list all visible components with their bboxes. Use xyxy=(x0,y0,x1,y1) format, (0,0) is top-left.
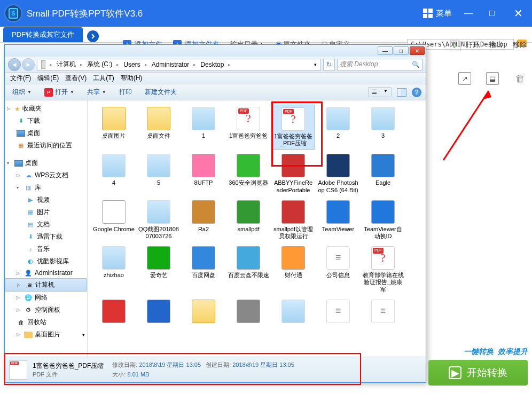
file-item[interactable]: 桌面图片 xyxy=(92,105,136,150)
menu-view[interactable]: 查看(V) xyxy=(63,74,89,83)
file-item[interactable]: 8UFTP xyxy=(182,152,225,195)
file-item[interactable]: smallpdf以管理员权限运行 xyxy=(271,198,315,242)
file-item[interactable] xyxy=(92,297,136,327)
file-item[interactable]: ≡ xyxy=(316,297,360,327)
close-button[interactable]: ✕ xyxy=(508,6,528,20)
file-item[interactable]: 1富爸爸穷爸爸_PDF压缩 xyxy=(271,105,315,150)
file-item[interactable]: Google Chrome xyxy=(92,198,136,242)
sidebar-network[interactable]: ▷🌐网络 xyxy=(5,292,87,304)
file-item[interactable]: QQ截图20180807003726 xyxy=(137,198,181,242)
nav-back[interactable]: ◄ xyxy=(8,58,21,71)
sidebar-downloads[interactable]: ⬇下载 xyxy=(5,115,87,127)
app-icon xyxy=(147,300,170,323)
file-item[interactable]: 5 xyxy=(137,152,181,195)
preview-pane-toggle[interactable] xyxy=(397,88,406,97)
sidebar-wps[interactable]: ▷☁WPS云文档 xyxy=(5,169,87,182)
new-folder-button[interactable]: 新建文件夹 xyxy=(142,87,180,98)
open-with-button[interactable]: P打开 ▼ xyxy=(41,87,77,98)
save-icon[interactable]: ⬓ xyxy=(486,72,499,85)
menu-help[interactable]: 帮助(H) xyxy=(119,74,145,83)
sidebar-thunder[interactable]: ⬇迅雷下载 xyxy=(5,231,87,243)
file-grid[interactable]: 桌面图片桌面文件11富爸爸穷爸爸1富爸爸穷爸爸_PDF压缩23458UFTP36… xyxy=(88,100,426,357)
app-logo: S xyxy=(4,4,22,22)
open-button[interactable]: 打开 xyxy=(466,40,480,50)
file-item[interactable]: zhizhao xyxy=(92,244,136,295)
file-label: 教育部学籍在线验证报告_姚康军 xyxy=(362,272,404,293)
file-item[interactable]: 1 xyxy=(182,105,225,150)
file-item[interactable] xyxy=(182,297,225,327)
favorites-group[interactable]: ▷★收藏夹 xyxy=(5,103,87,115)
svg-marker-1 xyxy=(483,91,491,99)
explorer-close[interactable]: ✕ xyxy=(410,46,425,55)
remove-button[interactable]: 移除 xyxy=(513,40,527,50)
file-item[interactable]: 桌面文件 xyxy=(137,105,181,150)
file-item[interactable]: Adobe Photoshop CS6 (64 Bit) xyxy=(316,152,360,195)
sidebar-recycle[interactable]: 🗑回收站 xyxy=(5,316,87,328)
sidebar-administrator[interactable]: ▷👤Administrator xyxy=(5,268,87,278)
app-icon xyxy=(237,246,260,270)
help-button[interactable]: ? xyxy=(412,88,421,97)
file-item[interactable]: ABBYYFineReaderPortable xyxy=(271,152,315,195)
share-button[interactable]: 共享 ▼ xyxy=(84,87,109,98)
file-item[interactable]: 1富爸爸穷爸爸 xyxy=(226,105,270,150)
file-item[interactable]: Eagle xyxy=(361,152,405,195)
refresh-button[interactable]: ↻ xyxy=(323,59,335,70)
file-item[interactable]: ≡ xyxy=(361,297,405,327)
sidebar-documents[interactable]: ▤文档 xyxy=(5,218,87,231)
file-label: 1富爸爸穷爸爸 xyxy=(229,132,268,139)
explorer-minimize[interactable]: — xyxy=(378,46,393,55)
sidebar-desktop-pics[interactable]: ▷桌面图片▾ xyxy=(5,328,87,341)
file-item[interactable]: ≡公司信息 xyxy=(316,244,360,295)
explorer-maximize[interactable]: □ xyxy=(394,46,409,55)
sidebar-music[interactable]: ♪音乐 xyxy=(5,243,87,255)
file-item[interactable]: smallpdf xyxy=(226,198,270,242)
file-item[interactable]: TeamViewer自动换ID xyxy=(361,198,405,242)
maximize-button[interactable]: □ xyxy=(485,6,499,20)
sidebar-pictures[interactable]: ▦图片 xyxy=(5,206,87,218)
sidebar-control-panel[interactable]: ▷⚙控制面板 xyxy=(5,304,87,316)
minimize-button[interactable]: — xyxy=(461,6,475,20)
file-item[interactable]: TeamViewer xyxy=(316,198,360,242)
check-icon[interactable]: ✓ xyxy=(450,41,460,51)
file-item[interactable]: 教育部学籍在线验证报告_姚康军 xyxy=(361,244,405,295)
menu-tools[interactable]: 工具(T) xyxy=(91,74,116,83)
sidebar-libraries[interactable]: ▾▥库 xyxy=(5,182,87,194)
file-item[interactable]: Ra2 xyxy=(182,198,225,242)
file-item[interactable] xyxy=(271,297,315,327)
file-item[interactable]: 3 xyxy=(361,105,405,150)
file-label: smallpdf xyxy=(238,226,260,233)
file-item[interactable]: 百度网盘 xyxy=(182,244,225,295)
menu-button[interactable]: 菜单 xyxy=(423,9,452,19)
file-item[interactable]: 百度云盘不限速 xyxy=(226,244,270,295)
search-input[interactable]: 搜索 Desktop 🔍 xyxy=(337,59,423,70)
sidebar-computer[interactable]: ▷🖥计算机 xyxy=(5,278,87,292)
nav-forward[interactable]: ► xyxy=(22,58,35,71)
sidebar-desktop-fav[interactable]: 桌面 xyxy=(5,127,87,139)
organize-button[interactable]: 组织 ▼ xyxy=(9,87,35,98)
trash-icon[interactable]: 🗑 xyxy=(514,72,527,85)
menu-edit[interactable]: 编辑(E) xyxy=(35,74,61,83)
app-icon xyxy=(102,200,126,224)
view-toggle[interactable]: ☰▼ xyxy=(368,87,392,97)
file-item[interactable]: 爱奇艺 xyxy=(137,244,181,295)
sidebar-recent[interactable]: ▦最近访问的位置 xyxy=(5,139,87,152)
file-item[interactable]: 360安全浏览器 xyxy=(226,152,270,195)
file-item[interactable] xyxy=(226,297,270,327)
sidebar-video[interactable]: ▶视频 xyxy=(5,194,87,206)
file-item[interactable]: 财付通 xyxy=(271,244,315,295)
open-file-icon[interactable]: ↗ xyxy=(458,72,471,85)
doc-icon: ≡ xyxy=(326,246,350,270)
menu-file[interactable]: 文件(F) xyxy=(8,74,33,83)
breadcrumb[interactable]: ▸ 计算机▸ 系统 (C:)▸ Users▸ Administrator▸ De… xyxy=(37,59,321,70)
print-button[interactable]: 打印 xyxy=(116,87,135,98)
file-item[interactable]: 2 xyxy=(316,105,360,150)
sidebar-youku[interactable]: ◐优酷影视库 xyxy=(5,255,87,268)
nav-row: ◄ ► ▸ 计算机▸ 系统 (C:)▸ Users▸ Administrator… xyxy=(5,57,426,73)
app-icon xyxy=(237,154,260,177)
tab-pdf-convert[interactable]: PDF转换成其它文件 xyxy=(3,27,83,42)
start-convert-button[interactable]: ▶ 开始转换 xyxy=(428,360,528,386)
export-button[interactable]: 输出 xyxy=(489,40,503,50)
desktop-group[interactable]: ▾桌面 xyxy=(5,157,87,169)
file-item[interactable] xyxy=(137,297,181,327)
file-item[interactable]: 4 xyxy=(92,152,136,195)
